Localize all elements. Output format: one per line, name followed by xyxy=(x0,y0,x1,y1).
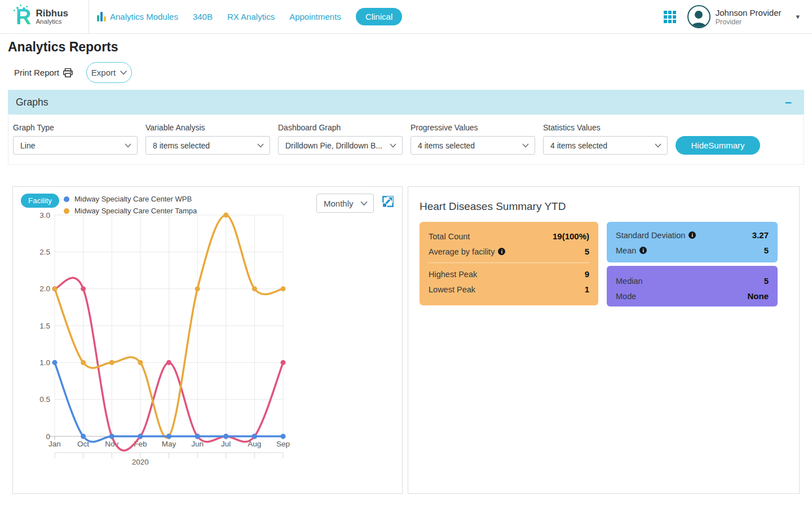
svg-text:3.0: 3.0 xyxy=(39,211,50,220)
facility-badge[interactable]: Facility xyxy=(21,194,59,208)
filter-label: Progressive Values xyxy=(411,123,535,132)
user-menu[interactable]: Johnson Provider Provider xyxy=(716,8,782,26)
selected-value: Line xyxy=(20,141,125,150)
nav-item-label: 340B xyxy=(193,12,213,21)
summary-row-highest-peak: Highest Peak 9 xyxy=(429,266,589,282)
summary-label: Mode xyxy=(616,292,636,301)
statistics-values-select[interactable]: 4 items selected xyxy=(543,136,668,155)
filter-dashboard-graph: Dashboard Graph Drilldown Pie, Drilldown… xyxy=(278,123,403,155)
graph-type-select[interactable]: Line xyxy=(13,136,138,155)
svg-text:1.0: 1.0 xyxy=(39,358,50,367)
summary-row-mode: Mode None xyxy=(616,288,769,304)
summary-value: 19(100%) xyxy=(553,231,589,241)
filter-variable-analysis: Variable Analysis 8 items selected xyxy=(145,123,270,155)
filter-statistics-values: Statistics Values 4 items selected xyxy=(543,123,668,155)
summary-row-total-count: Total Count 19(100%) xyxy=(429,229,589,244)
summary-card-statistics: Standard Deviationi 3.27 Meani 5 xyxy=(607,222,778,262)
dashboard-graph-select[interactable]: Drilldown Pie, Drilldown B... xyxy=(278,136,403,155)
graph-filters: Graph Type Line Variable Analysis 8 item… xyxy=(8,115,804,165)
variable-analysis-select[interactable]: 8 items selected xyxy=(145,136,270,155)
summary-value: 5 xyxy=(764,246,769,255)
legend-item-tampa[interactable]: Midway Specialty Care Center Tampa xyxy=(64,205,197,217)
graphs-section-title: Graphs xyxy=(16,97,48,108)
svg-text:2.0: 2.0 xyxy=(39,284,50,293)
summary-label: Meani xyxy=(616,246,647,255)
chevron-down-icon xyxy=(390,143,396,148)
chevron-down-icon xyxy=(522,143,529,148)
summary-value: None xyxy=(748,291,769,301)
summary-row-median: Median 5 xyxy=(616,273,769,288)
chevron-down-icon xyxy=(360,201,368,206)
svg-text:0.5: 0.5 xyxy=(39,395,50,404)
chevron-down-icon[interactable]: ▾ xyxy=(796,12,800,21)
apps-grid-icon[interactable] xyxy=(664,11,676,23)
period-select[interactable]: Monthly xyxy=(316,194,374,213)
legend-item-wpb[interactable]: Midway Specialty Care Center WPB xyxy=(64,193,197,205)
summary-row-lowest-peak: Lowest Peak 1 xyxy=(429,282,589,297)
summary-row-average-by-facility: Average by facilityi 5 xyxy=(429,244,589,259)
nav-divider xyxy=(89,1,89,33)
nav-item-label: RX Analytics xyxy=(227,12,275,21)
brand-subtitle: Analytics xyxy=(36,18,68,25)
info-icon[interactable]: i xyxy=(498,248,505,255)
card-divider xyxy=(429,262,589,263)
svg-text:1.5: 1.5 xyxy=(39,322,50,330)
nav-item-340b[interactable]: 340B xyxy=(193,12,213,21)
graphs-section-header: Graphs − xyxy=(8,90,804,115)
summary-label: Median xyxy=(616,277,643,286)
legend-dot xyxy=(64,208,69,214)
selected-value: Drilldown Pie, Drilldown B... xyxy=(285,141,390,150)
collapse-section-button[interactable]: − xyxy=(785,97,792,108)
summary-row-standard-deviation: Standard Deviationi 3.27 xyxy=(616,227,769,243)
selected-value: 4 items selected xyxy=(418,141,522,150)
selected-value: Monthly xyxy=(324,199,360,208)
line-chart[interactable]: 00.51.01.52.02.53.0JanOctNovFebMayJunJul… xyxy=(13,187,402,493)
brand-logo[interactable]: R Ribhus Analytics xyxy=(0,0,89,33)
summary-panel: Heart Diseases Summary YTD Total Count 1… xyxy=(408,186,800,494)
bar-chart-icon xyxy=(97,12,106,21)
chart-legend: Midway Specialty Care Center WPB Midway … xyxy=(64,193,197,217)
printer-icon[interactable] xyxy=(63,68,73,77)
summary-label: Lowest Peak xyxy=(429,285,475,294)
graphs-section: Graphs − Graph Type Line Variable Analys… xyxy=(8,90,804,165)
brand-name: Ribhus xyxy=(36,8,68,19)
svg-text:Jan: Jan xyxy=(48,440,61,448)
nav-item-clinical-active[interactable]: Clinical xyxy=(356,8,402,25)
facility-chart-panel: Facility Midway Specialty Care Center WP… xyxy=(12,186,403,494)
selected-value: 4 items selected xyxy=(550,141,655,150)
svg-text:2020: 2020 xyxy=(132,458,149,466)
export-button[interactable]: Export xyxy=(86,62,132,83)
chevron-down-icon xyxy=(655,143,661,148)
hide-summary-button[interactable]: HideSummary xyxy=(676,136,760,155)
summary-card-median-mode: Median 5 Mode None xyxy=(607,266,778,306)
chevron-down-icon xyxy=(125,143,131,148)
filter-label: Statistics Values xyxy=(543,123,668,132)
summary-label: Average by facilityi xyxy=(429,247,505,256)
legend-dot xyxy=(64,196,69,202)
svg-text:May: May xyxy=(162,440,176,448)
avatar[interactable] xyxy=(687,5,710,28)
navbar: R Ribhus Analytics Analytics Modules 340… xyxy=(0,0,812,34)
nav-item-appointments[interactable]: Appointments xyxy=(289,12,341,21)
summary-title: Heart Diseases Summary YTD xyxy=(420,200,566,213)
svg-text:Jul: Jul xyxy=(221,440,231,448)
filter-label: Variable Analysis xyxy=(145,123,270,132)
nav-item-rx-analytics[interactable]: RX Analytics xyxy=(227,12,275,21)
chevron-down-icon xyxy=(257,143,264,148)
nav-item-label: Analytics Modules xyxy=(110,12,178,21)
summary-label: Standard Deviationi xyxy=(616,231,696,240)
expand-chart-icon[interactable] xyxy=(381,194,395,209)
nav-item-analytics-modules[interactable]: Analytics Modules xyxy=(97,12,178,21)
summary-value: 3.27 xyxy=(752,230,769,240)
progressive-values-select[interactable]: 4 items selected xyxy=(411,136,535,155)
info-icon[interactable]: i xyxy=(639,247,647,254)
summary-value: 5 xyxy=(585,247,589,256)
filter-graph-type: Graph Type Line xyxy=(13,123,138,155)
summary-value: 1 xyxy=(585,284,589,294)
page-title: Analytics Reports xyxy=(8,40,812,55)
legend-label: Midway Specialty Care Center Tampa xyxy=(74,207,197,215)
primary-nav: Analytics Modules 340B RX Analytics Appo… xyxy=(97,8,402,25)
info-icon[interactable]: i xyxy=(689,231,696,239)
filter-label: Graph Type xyxy=(13,123,138,132)
user-role: Provider xyxy=(716,18,782,26)
